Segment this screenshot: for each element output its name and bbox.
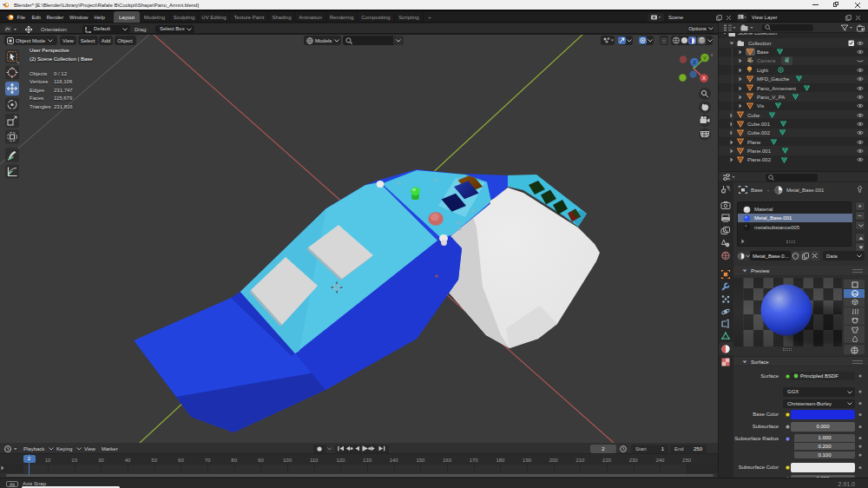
svg-text:Z: Z (693, 60, 696, 65)
svg-text:X: X (702, 76, 706, 81)
svg-text:Y: Y (703, 56, 707, 61)
